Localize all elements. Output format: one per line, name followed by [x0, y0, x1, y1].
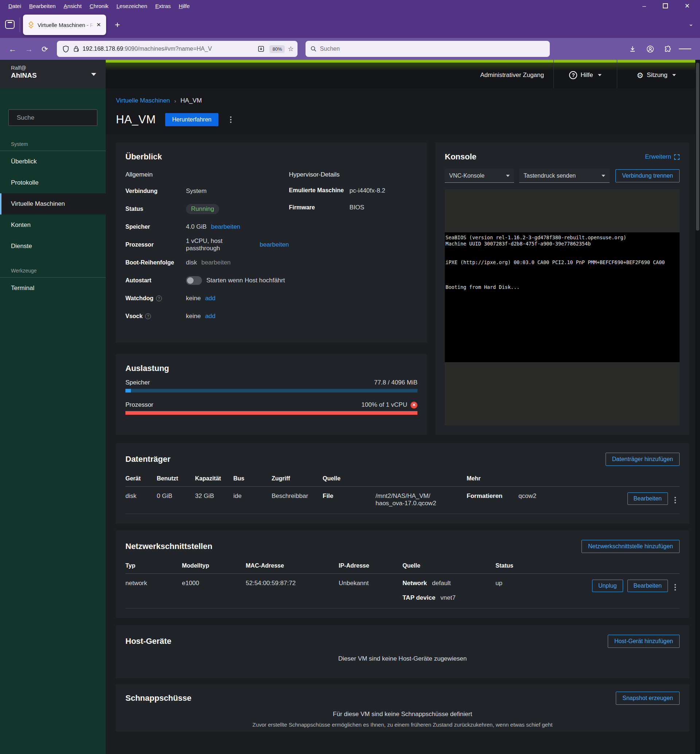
menu-extras[interactable]: Extras: [151, 2, 175, 11]
zoom-level-badge[interactable]: 80%: [269, 45, 285, 53]
chevron-down-icon: [506, 175, 510, 177]
sidebar-item-terminal[interactable]: Terminal: [0, 278, 106, 299]
expand-label: Erweitern: [645, 153, 671, 161]
console-output: SeaBIOS (version rel-1.16.2-3-gd478f380-…: [445, 235, 679, 290]
vsock-add-link[interactable]: add: [205, 313, 216, 320]
memory-label: Speicher: [125, 224, 186, 230]
vm-actions-kebab-icon[interactable]: [228, 114, 234, 125]
cpu-edit-link[interactable]: bearbeiten: [259, 241, 289, 249]
watchdog-add-link[interactable]: add: [205, 295, 216, 302]
sidebar-item-konten[interactable]: Konten: [0, 214, 106, 236]
menu-hilfe[interactable]: Hilfe: [175, 2, 194, 11]
back-icon[interactable]: ←: [5, 44, 20, 54]
network-unplug-button[interactable]: Unplug: [592, 580, 623, 592]
sidebar-item-virtuelle-maschinen[interactable]: Virtuelle Maschinen: [0, 193, 106, 214]
console-card: Konsole Erweitern VNC-Ko: [435, 142, 689, 435]
list-tabs-chevron-icon[interactable]: ⌄: [689, 20, 694, 27]
disk-edit-button[interactable]: Bearbeiten: [627, 493, 668, 505]
boot-order-label: Boot-Reihenfolge: [125, 260, 186, 266]
network-kebab-icon[interactable]: [672, 582, 678, 593]
admin-access-button[interactable]: Administrativer Zugang: [480, 69, 544, 79]
browser-search-input[interactable]: [320, 45, 545, 52]
shield-icon[interactable]: [63, 45, 69, 53]
menu-ansicht[interactable]: Ansicht: [60, 2, 86, 11]
masthead: Administrativer Zugang ? Hilfe ⚙ Sitzung: [106, 60, 695, 88]
save-page-icon[interactable]: [258, 45, 264, 52]
watchdog-label: Watchdog: [125, 295, 153, 302]
window-minimize-button[interactable]: –: [642, 3, 646, 9]
vsock-help-icon[interactable]: ?: [145, 313, 151, 319]
tab-close-icon[interactable]: ✕: [95, 21, 102, 29]
add-host-device-button[interactable]: Host-Gerät hinzufügen: [608, 635, 680, 648]
site-favicon-diamond-icon: [28, 22, 34, 28]
firefox-view-icon[interactable]: [5, 20, 16, 30]
network-edit-button[interactable]: Bearbeiten: [627, 580, 668, 592]
search-icon: [311, 46, 316, 52]
network-status: up: [495, 580, 539, 587]
console-expand-link[interactable]: Erweitern: [645, 153, 680, 161]
browser-tab[interactable]: Virtuelle Maschinen - Ralf@AhlN ✕: [23, 15, 106, 35]
menu-chronik[interactable]: Chronik: [86, 2, 112, 11]
help-question-icon: ?: [569, 71, 577, 79]
disk-access: Beschreibbar: [272, 493, 323, 500]
network-row: network e1000 52:54:00:59:87:72 Unbekann…: [125, 573, 680, 609]
host-devices-empty-text: Dieser VM sind keine Host-Geräte zugewie…: [125, 655, 680, 662]
col-geraet: Gerät: [125, 475, 157, 486]
disk-kebab-icon[interactable]: [672, 494, 678, 505]
col-bus: Bus: [233, 475, 272, 486]
overview-card: Überblick Allgemein Verbindung System: [116, 142, 427, 343]
host-switcher[interactable]: Ralf@ AhlNAS: [0, 60, 106, 88]
bookmark-star-icon[interactable]: ☆: [288, 45, 294, 53]
window-maximize-button[interactable]: [663, 3, 668, 8]
add-disk-button[interactable]: Datenträger hinzufügen: [606, 453, 680, 466]
app-menu-hamburger-icon[interactable]: [679, 43, 691, 55]
downloads-icon[interactable]: [627, 43, 639, 55]
lock-warning-icon[interactable]: [73, 45, 79, 52]
cockpit-page: Ralf@ AhlNAS System Überblick Protokolle…: [0, 60, 700, 754]
reload-icon[interactable]: ⟳: [38, 44, 52, 54]
networks-card: Netzwerkschnittstellen Netzwerkschnittst…: [116, 530, 689, 618]
disconnect-button[interactable]: Verbindung trennen: [616, 169, 680, 182]
snapshots-empty-desc: Zuvor erstellte Schnappschüsse ermöglich…: [125, 721, 680, 728]
send-key-select[interactable]: Tastendruck senden: [519, 169, 609, 183]
autostart-text: Starten wenn Host hochfährt: [206, 277, 285, 284]
memory-edit-link[interactable]: bearbeiten: [211, 223, 240, 230]
sidebar-item-protokolle[interactable]: Protokolle: [0, 172, 106, 193]
extensions-puzzle-icon[interactable]: [661, 43, 674, 55]
menu-lesezeichen[interactable]: Lesezeichen: [112, 2, 151, 11]
session-menu[interactable]: ⚙ Sitzung: [617, 60, 695, 88]
sidebar-item-ueberblick[interactable]: Überblick: [0, 151, 106, 172]
sidebar-item-dienste[interactable]: Dienste: [0, 236, 106, 257]
sidebar-search[interactable]: [8, 110, 97, 126]
menu-bearbeiten[interactable]: Bearbeiten: [25, 2, 60, 11]
shutdown-button[interactable]: Herunterfahren: [165, 113, 219, 126]
page-scrollbar[interactable]: [695, 60, 700, 754]
help-menu[interactable]: ? Hilfe: [553, 60, 617, 88]
window-close-button[interactable]: ✕: [685, 3, 690, 9]
col-ip: IP-Adresse: [339, 563, 403, 573]
sidebar-search-input[interactable]: [17, 114, 97, 122]
boot-order-edit-link[interactable]: bearbeiten: [201, 259, 230, 266]
forward-icon[interactable]: →: [22, 44, 36, 54]
url-bar[interactable]: 192.168.178.69:9090/machines#vm?name=HA_…: [57, 41, 297, 57]
watchdog-help-icon[interactable]: ?: [156, 296, 162, 301]
menu-datei[interactable]: Datei: [5, 2, 25, 11]
scrollbar-thumb[interactable]: [696, 63, 699, 230]
add-network-button[interactable]: Netzwerkschnittstelle hinzufügen: [581, 540, 680, 553]
autostart-toggle[interactable]: [186, 276, 202, 285]
vnc-viewport[interactable]: SeaBIOS (version rel-1.16.2-3-gd478f380-…: [445, 189, 680, 425]
account-icon[interactable]: [644, 43, 656, 55]
network-model: e1000: [182, 580, 246, 587]
console-type-select[interactable]: VNC-Konsole: [445, 169, 514, 183]
vnc-screen[interactable]: SeaBIOS (version rel-1.16.2-3-gd478f380-…: [445, 232, 680, 362]
row-firmware: Firmware BIOS: [289, 204, 417, 211]
create-snapshot-button[interactable]: Snapshot erzeugen: [616, 691, 680, 705]
autostart-label: Autostart: [125, 277, 186, 284]
section-label: Werkzeuge: [0, 268, 106, 277]
tab-title: Virtuelle Maschinen - Ralf@AhlN: [38, 22, 95, 28]
cpu-alert-times-circle-icon[interactable]: ✕: [411, 402, 417, 408]
breadcrumb-link-vms[interactable]: Virtuelle Maschinen: [116, 97, 170, 104]
console-type-value: VNC-Konsole: [449, 172, 484, 179]
browser-search-bar[interactable]: [306, 41, 550, 57]
new-tab-button[interactable]: +: [112, 20, 123, 30]
